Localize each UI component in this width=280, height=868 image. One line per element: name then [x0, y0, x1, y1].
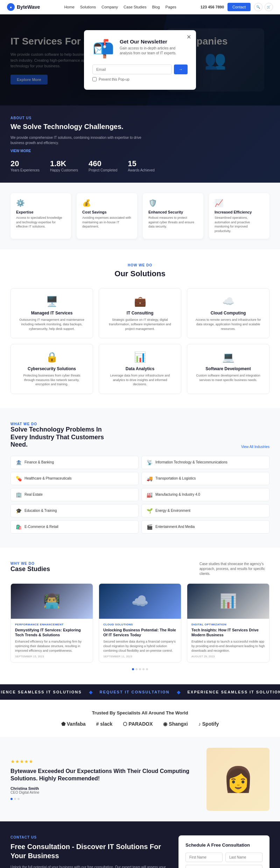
case-desc-1: Enhanced efficiency for a manufacturing …	[15, 639, 89, 653]
industries-title: Solve Technology Problems In Every Indus…	[10, 426, 115, 449]
stat-customers-label: Happy Customers	[50, 168, 78, 172]
brand-name: ByteWave	[17, 4, 40, 10]
solution-software-dev[interactable]: 💻 Software Development Custom software d…	[187, 344, 270, 394]
industry-healthcare-label: Healthcare & Pharmaceuticals	[24, 476, 72, 480]
stat-years-label: Years Experiences	[10, 168, 40, 172]
modal-checkbox-label: Prevent this Pop-up	[99, 77, 130, 81]
case-dot-1[interactable]	[132, 668, 134, 670]
stat-customers-number: 1.8K	[50, 159, 78, 168]
brand-logo[interactable]: ● ByteWave	[7, 3, 40, 11]
nav-company[interactable]: Company	[102, 5, 118, 9]
modal-email-input[interactable]	[92, 65, 172, 74]
modal-overlay[interactable]: ✕ 📬 Get Our Newsletter Gain access to in…	[0, 14, 280, 106]
nav-case-studies[interactable]: Case Studies	[124, 5, 146, 9]
testimonial-dot-2[interactable]	[14, 798, 16, 800]
industry-healthcare[interactable]: 💊 Healthcare & Pharmaceuticals	[10, 472, 139, 485]
industry-energy-label: Energy & Environment	[155, 509, 190, 513]
stat-customers: 1.8K Happy Customers	[50, 159, 78, 172]
industry-it-telecom[interactable]: 📡 Information Technology & Telecommunica…	[141, 456, 270, 469]
contact-form-panel: Schedule A Free Consultation How can we …	[178, 835, 270, 868]
industry-energy[interactable]: 🌱 Energy & Environment	[141, 504, 270, 517]
view-all-industries-link[interactable]: View All Industries	[241, 445, 270, 449]
first-name-input[interactable]	[186, 853, 223, 862]
industry-entertainment[interactable]: 🎬 Entertainment And Media	[141, 520, 270, 534]
testimonial-dot-1[interactable]	[10, 798, 13, 800]
solution-cybersecurity[interactable]: 🔒 Cybersecurity Solutions Protecting bus…	[10, 344, 93, 394]
industry-education-label: Education & Training	[24, 509, 57, 513]
features-section: ⚙️ Expertise Access to specialized knowl…	[0, 183, 280, 249]
logo-slack: # slack	[96, 721, 112, 727]
nav-solutions[interactable]: Solutions	[80, 5, 96, 9]
case-dots	[10, 668, 270, 670]
industry-transport[interactable]: 🚚 Transportation & Logistics	[141, 472, 270, 485]
stat-years: 20 Years Experiences	[10, 159, 40, 172]
industry-finance-label: Finance & Banking	[24, 460, 54, 464]
case-studies-header: WHY WE DO Case Studies Case studies that…	[10, 562, 270, 576]
industry-manufacturing[interactable]: 🏭 Manufacturing & Industry 4.0	[141, 488, 270, 501]
phone-input[interactable]	[186, 865, 262, 868]
case-dot-2[interactable]	[135, 668, 138, 670]
navbar: ● ByteWave Home Solutions Company Case S…	[0, 0, 280, 14]
search-icon[interactable]: 🔍	[254, 3, 262, 11]
case-card-2[interactable]: ☁️ Cloud Solutions Unlocking Business Po…	[99, 583, 181, 663]
last-name-input[interactable]	[225, 853, 262, 862]
case-card-1-body: Performance Enhancement Demystifying IT …	[11, 619, 93, 662]
software-dev-title: Software Development	[194, 366, 262, 371]
modal-close-button[interactable]: ✕	[187, 34, 191, 40]
contact-description: Unlock the full potential of your busine…	[10, 864, 168, 868]
industry-real-estate[interactable]: 🏢 Real Estate	[10, 488, 139, 501]
features-grid: ⚙️ Expertise Access to specialized knowl…	[10, 193, 270, 239]
expertise-title: Expertise	[16, 210, 65, 214]
case-tag-3: Digital Optimization	[191, 623, 265, 626]
case-studies-title: Case Studies	[10, 565, 50, 573]
case-card-2-body: Cloud Solutions Unlocking Business Poten…	[99, 619, 181, 662]
about-section: ABOUT US We Solve Technology Challenges.…	[0, 106, 280, 183]
case-card-2-image: ☁️	[99, 584, 181, 619]
case-card-1[interactable]: 👨‍💻 Performance Enhancement Demystifying…	[10, 583, 93, 663]
cybersecurity-title: Cybersecurity Solutions	[18, 366, 86, 371]
industry-education[interactable]: 🎓 Education & Training	[10, 504, 139, 517]
case-dot-4[interactable]	[142, 668, 145, 670]
logo-paradox: ⬡ PARADOX	[123, 721, 153, 727]
stat-years-number: 20	[10, 159, 40, 168]
industry-ecommerce[interactable]: 🛍️ E-Commerce & Retail	[10, 520, 139, 534]
testimonial-dot-3[interactable]	[18, 798, 20, 800]
case-card-3[interactable]: 📊 Digital Optimization Tech Insights: Ho…	[187, 583, 270, 663]
cost-icon: 💰	[82, 199, 132, 207]
case-dot-5[interactable]	[146, 668, 148, 670]
industries-header-left: WHAT WE DO Solve Technology Problems In …	[10, 422, 115, 449]
about-title: We Solve Technology Challenges.	[10, 123, 150, 131]
modal-prevent-checkbox[interactable]	[92, 77, 97, 81]
about-cta-link[interactable]: VIEW MORE	[10, 149, 31, 153]
banner-text-2[interactable]: REQUEST IT CONSULTATION	[100, 690, 170, 694]
form-title: Schedule A Free Consultation	[186, 842, 262, 848]
solution-managed-it[interactable]: 🖥️ Managed IT Services Outsourcing IT ma…	[10, 288, 93, 338]
solution-it-consulting[interactable]: 💼 IT Consulting Strategic guidance on IT…	[99, 288, 181, 338]
cost-desc: Avoiding expenses associated with mainta…	[82, 216, 132, 229]
cybersecurity-desc: Protecting businesses from cyber threats…	[18, 373, 86, 387]
solution-data-analytics[interactable]: 📊 Data Analytics Leverage data from your…	[99, 344, 181, 394]
cart-icon[interactable]: 🛒	[265, 3, 273, 11]
about-label: ABOUT US	[10, 116, 150, 120]
industry-finance[interactable]: 🏦 Finance & Banking	[10, 456, 139, 469]
case-dot-3[interactable]	[139, 668, 141, 670]
case-tag-1: Performance Enhancement	[15, 623, 89, 626]
slack-icon: #	[96, 721, 99, 727]
case-card-3-body: Digital Optimization Tech Insights: How …	[187, 619, 269, 662]
spotify-icon: ♪	[198, 721, 201, 727]
modal-submit-button[interactable]: →	[174, 65, 188, 74]
feature-cost: 💰 Cost Savings Avoiding expenses associa…	[77, 193, 137, 239]
manufacturing-icon: 🏭	[147, 492, 153, 497]
banner-diamond-2: ◆	[177, 689, 181, 695]
cost-title: Cost Savings	[82, 210, 132, 214]
form-first-name-group	[186, 853, 223, 862]
industries-header: WHAT WE DO Solve Technology Problems In …	[10, 422, 270, 449]
nav-home[interactable]: Home	[64, 5, 74, 9]
industries-label: WHAT WE DO	[10, 422, 115, 426]
nav-blog[interactable]: Blog	[152, 5, 160, 9]
nav-pages[interactable]: Pages	[166, 5, 176, 9]
finance-icon: 🏦	[16, 460, 22, 465]
contact-button[interactable]: Contact	[227, 3, 251, 11]
solution-cloud[interactable]: ☁️ Cloud Computing Access to remote serv…	[187, 288, 270, 338]
banner-diamond-1: ◆	[89, 689, 93, 695]
